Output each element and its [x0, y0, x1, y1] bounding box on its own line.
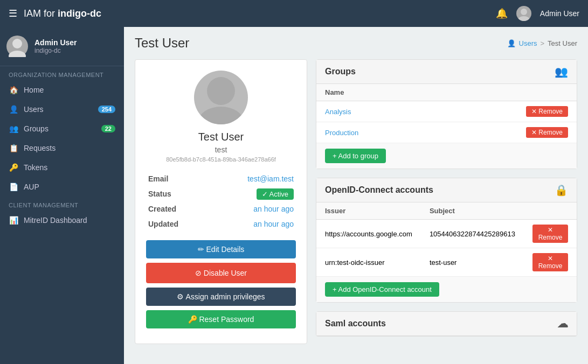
assign-admin-button[interactable]: ⚙ Assign admin privileges — [146, 288, 296, 306]
aup-icon: 📄 — [9, 183, 18, 191]
app-brand: IAM for indigo-dc — [24, 8, 101, 19]
updated-row: Updated an hour ago — [146, 216, 296, 232]
svg-point-5 — [198, 107, 244, 124]
oidc-panel-footer: + Add OpenID-Connect account — [316, 276, 577, 302]
saml-panel-title: Saml accounts — [325, 319, 386, 328]
svg-point-0 — [521, 9, 527, 15]
sidebar-item-tokens[interactable]: 🔑 Tokens — [0, 158, 124, 177]
oidc-subject: 1054406322874425289613 — [421, 220, 524, 248]
groups-panel-header: Groups 👥 — [316, 60, 577, 84]
created-value: an hour ago — [189, 201, 296, 216]
user-avatar-large — [194, 71, 248, 124]
groups-panel-title: Groups — [325, 67, 356, 76]
sidebar-org-section: Organization Management — [0, 66, 124, 80]
status-badge: Active — [257, 188, 294, 200]
updated-value: an hour ago — [189, 216, 296, 232]
sidebar-avatar — [6, 36, 28, 57]
sidebar-user-name: Admin User — [34, 38, 77, 47]
remove-oidc-button[interactable]: ✕ Remove — [532, 225, 568, 243]
sidebar-user-org: indigo-dc — [34, 47, 77, 54]
breadcrumb-users-link[interactable]: Users — [519, 39, 537, 47]
groups-panel-body: Name Analysis ✕ Remove Production ✕ Remo… — [316, 84, 577, 143]
svg-point-2 — [12, 39, 22, 48]
group-remove-cell: ✕ Remove — [437, 122, 577, 143]
users-badge: 254 — [98, 106, 115, 113]
sidebar-item-mitreid[interactable]: 📊 MitreID Dashboard — [0, 211, 124, 230]
right-column: Groups 👥 Name A — [316, 59, 577, 345]
groups-panel: Groups 👥 Name A — [316, 59, 577, 169]
sidebar-item-requests[interactable]: 📋 Requests — [0, 138, 124, 158]
sidebar: Admin User indigo-dc Organization Manage… — [0, 27, 124, 364]
user-card: Test User test 80e5fb8d-b7c8-451a-89ba-3… — [135, 59, 307, 344]
group-remove-cell: ✕ Remove — [437, 101, 577, 122]
email-label: Email — [146, 171, 189, 186]
edit-details-button[interactable]: ✏ Edit Details — [146, 240, 296, 258]
brand-name: indigo-dc — [58, 8, 101, 19]
requests-icon: 📋 — [9, 144, 18, 152]
status-value: Active — [189, 186, 296, 201]
oidc-col-action — [524, 202, 577, 220]
user-uuid: 80e5fb8d-b7c8-451a-89ba-346ae278a66f — [146, 156, 296, 163]
groups-col-name: Name — [316, 84, 437, 101]
home-icon: 🏠 — [9, 86, 18, 94]
oidc-panel: OpenID-Connect accounts 🔒 Issuer Subject — [316, 178, 577, 303]
sidebar-item-aup[interactable]: 📄 AUP — [0, 177, 124, 197]
bell-icon[interactable]: 🔔 — [496, 8, 508, 19]
status-label: Status — [146, 186, 189, 201]
disable-user-button[interactable]: ⊘ Disable User — [146, 263, 296, 283]
groups-table: Name Analysis ✕ Remove Production ✕ Remo… — [316, 84, 577, 143]
oidc-issuer: urn:test-oidc-issuer — [316, 248, 421, 277]
svg-point-1 — [518, 16, 530, 21]
breadcrumb-current: Test User — [548, 39, 577, 47]
oidc-panel-body: Issuer Subject https://accounts.google.c… — [316, 202, 577, 276]
groups-badge: 22 — [101, 125, 115, 132]
sidebar-user-profile: Admin User indigo-dc — [0, 27, 124, 66]
main-layout: Admin User indigo-dc Organization Manage… — [0, 27, 588, 364]
email-value: test@iam.test — [189, 171, 296, 186]
sidebar-client-section: Client management — [0, 197, 124, 211]
oidc-lock-icon: 🔒 — [555, 184, 568, 197]
created-label: Created — [146, 201, 189, 216]
saml-cloud-icon: ☁ — [557, 317, 568, 330]
top-navigation: ☰ IAM for indigo-dc 🔔 Admin User — [0, 0, 588, 27]
groups-panel-icon: 👥 — [555, 65, 568, 78]
two-column-layout: Test User test 80e5fb8d-b7c8-451a-89ba-3… — [135, 59, 577, 345]
users-icon: 👤 — [9, 105, 18, 114]
sidebar-item-label-tokens: Tokens — [24, 163, 115, 172]
sidebar-item-users[interactable]: 👤 Users 254 — [0, 100, 124, 119]
breadcrumb: 👤 Users > Test User — [507, 39, 577, 47]
sidebar-item-label-home: Home — [24, 86, 115, 94]
page-header: Test User 👤 Users > Test User — [135, 36, 577, 51]
table-row: Analysis ✕ Remove — [316, 101, 577, 122]
oidc-col-issuer: Issuer — [316, 202, 421, 220]
user-fullname: Test User — [146, 131, 296, 143]
admin-name: Admin User — [540, 9, 579, 18]
remove-group-button[interactable]: ✕ Remove — [526, 106, 568, 117]
table-row: Production ✕ Remove — [316, 122, 577, 143]
sidebar-item-groups[interactable]: 👥 Groups 22 — [0, 119, 124, 138]
add-oidc-button[interactable]: + Add OpenID-Connect account — [325, 282, 439, 297]
remove-group-button[interactable]: ✕ Remove — [526, 127, 568, 138]
left-column: Test User test 80e5fb8d-b7c8-451a-89ba-3… — [135, 59, 307, 345]
group-name: Analysis — [316, 101, 437, 122]
reset-password-button[interactable]: 🔑 Reset Password — [146, 310, 296, 328]
admin-avatar — [516, 6, 531, 21]
sidebar-item-label-users: Users — [24, 105, 93, 114]
tokens-icon: 🔑 — [9, 163, 18, 172]
saml-panel: Saml accounts ☁ — [316, 311, 577, 337]
groups-icon: 👥 — [9, 124, 18, 133]
created-row: Created an hour ago — [146, 201, 296, 216]
table-row: https://accounts.google.com 105440632287… — [316, 220, 577, 248]
add-to-group-button[interactable]: + Add to group — [325, 149, 386, 163]
saml-panel-header: Saml accounts ☁ — [316, 312, 577, 336]
remove-oidc-button[interactable]: ✕ Remove — [532, 253, 568, 271]
sidebar-item-home[interactable]: 🏠 Home — [0, 80, 124, 100]
sidebar-item-label-groups: Groups — [24, 124, 96, 133]
oidc-subject: test-user — [421, 248, 524, 277]
sidebar-item-label-mitreid: MitreID Dashboard — [24, 216, 115, 225]
oidc-panel-title: OpenID-Connect accounts — [325, 185, 433, 195]
updated-label: Updated — [146, 216, 189, 232]
svg-point-4 — [207, 77, 235, 105]
hamburger-icon[interactable]: ☰ — [9, 8, 17, 19]
sidebar-user-info: Admin User indigo-dc — [34, 38, 77, 54]
